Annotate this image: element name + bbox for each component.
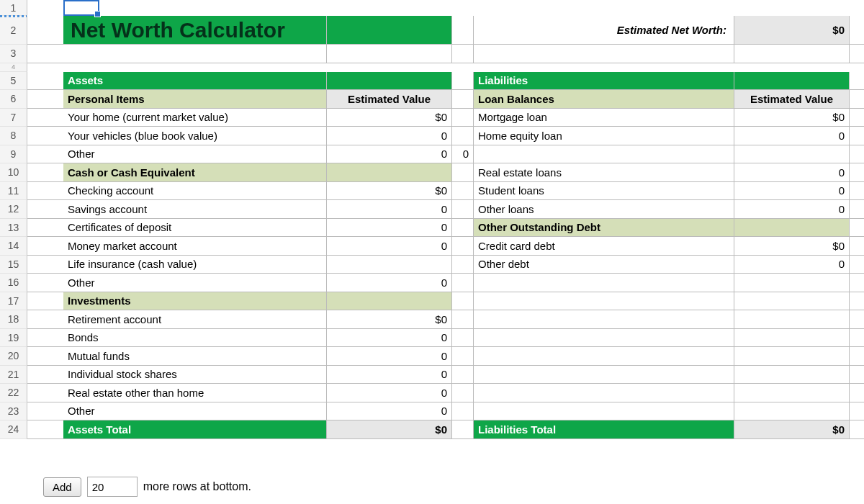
estimated-value-col: Estimated Value	[734, 90, 850, 108]
row-header[interactable]: 19	[0, 329, 27, 348]
row-header[interactable]: 10	[0, 163, 27, 182]
row-header[interactable]: 22	[0, 384, 27, 402]
asset-label[interactable]: Bonds	[63, 329, 327, 347]
row-header[interactable]: 4	[0, 63, 27, 72]
liability-label[interactable]: Real estate loans	[474, 163, 734, 181]
estimated-value-col: Estimated Value	[327, 90, 452, 108]
liability-value[interactable]: 0	[734, 200, 850, 218]
liability-value[interactable]: 0	[734, 163, 850, 181]
row-header[interactable]: 1	[0, 0, 27, 16]
row-header[interactable]: 2	[0, 16, 27, 45]
page-title: Net Worth Calculator	[63, 16, 327, 44]
liability-label[interactable]: Other loans	[474, 200, 734, 218]
asset-value[interactable]: 0	[327, 329, 452, 347]
row-header[interactable]: 8	[0, 127, 27, 145]
row-header[interactable]: 7	[0, 109, 27, 127]
footer-controls: Add more rows at bottom.	[43, 477, 251, 497]
row-header[interactable]: 5	[0, 72, 27, 91]
row-header[interactable]: 14	[0, 237, 27, 256]
asset-value[interactable]: 0	[327, 402, 452, 420]
liability-label[interactable]: Mortgage loan	[474, 109, 734, 127]
row-header[interactable]: 12	[0, 200, 27, 219]
liability-label[interactable]: Credit card debt	[474, 237, 734, 255]
liability-label[interactable]: Student loans	[474, 182, 734, 200]
row-header[interactable]: 17	[0, 292, 27, 311]
liabilities-total-value: $0	[734, 420, 850, 438]
row-header[interactable]: 13	[0, 219, 27, 238]
asset-label[interactable]: Checking account	[63, 182, 327, 200]
row-header[interactable]: 9	[0, 145, 27, 164]
add-rows-input[interactable]	[87, 477, 138, 497]
asset-value[interactable]: 0	[327, 347, 452, 365]
liability-value[interactable]	[734, 145, 850, 163]
asset-label[interactable]: Money market account	[63, 237, 327, 255]
asset-value[interactable]: 0	[327, 384, 452, 402]
row-header[interactable]: 21	[0, 366, 27, 384]
estimated-net-worth-value: $0	[734, 16, 850, 44]
asset-value[interactable]: $0	[327, 182, 452, 200]
asset-value[interactable]: 0	[327, 366, 452, 384]
asset-label[interactable]: Real estate other than home	[63, 384, 327, 402]
asset-label[interactable]: Certificates of deposit	[63, 219, 327, 237]
asset-value[interactable]: 0	[327, 237, 452, 255]
row-header[interactable]: 6	[0, 90, 27, 109]
asset-value[interactable]: $0	[327, 109, 452, 127]
asset-label[interactable]: Retirement account	[63, 310, 327, 328]
row-header[interactable]: 20	[0, 347, 27, 366]
asset-value[interactable]: 0	[327, 127, 452, 145]
assets-header: Assets	[63, 72, 327, 90]
asset-label[interactable]: Mutual funds	[63, 347, 327, 365]
asset-label[interactable]: Individual stock shares	[63, 366, 327, 384]
assets-total-label: Assets Total	[63, 420, 327, 438]
investments-header: Investments	[63, 292, 327, 310]
row-header[interactable]: 18	[0, 310, 27, 329]
cash-header: Cash or Cash Equivalent	[63, 163, 327, 181]
liabilities-total-label: Liabilities Total	[474, 420, 734, 438]
liability-value[interactable]: 0	[734, 256, 850, 274]
row-header[interactable]: 23	[0, 402, 27, 421]
asset-value[interactable]: $0	[327, 310, 452, 328]
add-rows-button[interactable]: Add	[43, 477, 81, 497]
liability-label[interactable]: Home equity loan	[474, 127, 734, 145]
asset-value[interactable]	[327, 256, 452, 274]
asset-label[interactable]: Savings account	[63, 200, 327, 218]
other-debt-header: Other Outstanding Debt	[474, 219, 734, 237]
loan-balances-header: Loan Balances	[474, 90, 734, 108]
liability-value[interactable]: $0	[734, 237, 850, 255]
footer-text: more rows at bottom.	[143, 480, 251, 493]
asset-value[interactable]: 0	[327, 219, 452, 237]
liability-value[interactable]: $0	[734, 109, 850, 127]
asset-value[interactable]: 0	[327, 145, 452, 163]
asset-label[interactable]: Other	[63, 402, 327, 420]
asset-label[interactable]: Life insurance (cash value)	[63, 256, 327, 274]
estimated-net-worth-label: Estimated Net Worth:	[474, 16, 734, 44]
row-header-gutter: 1 2 3 4 5 6 7 8 9 10 11 12 13 14 15 16 1…	[0, 0, 27, 439]
liability-value[interactable]: 0	[734, 127, 850, 145]
asset-label[interactable]: Other	[63, 274, 327, 292]
row-header[interactable]: 3	[0, 45, 27, 63]
personal-items-header: Personal Items	[63, 90, 327, 108]
asset-label[interactable]: Other	[63, 145, 327, 163]
assets-total-value: $0	[327, 420, 452, 438]
row-header[interactable]: 15	[0, 256, 27, 274]
liability-label[interactable]	[474, 145, 734, 163]
asset-label[interactable]: Your vehicles (blue book value)	[63, 127, 327, 145]
asset-label[interactable]: Your home (current market value)	[63, 109, 327, 127]
asset-value[interactable]: 0	[327, 274, 452, 292]
row-header[interactable]: 16	[0, 274, 27, 292]
liability-value[interactable]: 0	[734, 182, 850, 200]
spreadsheet-grid[interactable]: Net Worth Calculator Estimated Net Worth…	[27, 0, 864, 439]
row-header[interactable]: 11	[0, 182, 27, 201]
liabilities-header: Liabilities	[474, 72, 734, 90]
gap-cell[interactable]: 0	[452, 145, 474, 163]
row-header[interactable]: 24	[0, 420, 27, 439]
liability-label[interactable]: Other debt	[474, 256, 734, 274]
asset-value[interactable]: 0	[327, 200, 452, 218]
